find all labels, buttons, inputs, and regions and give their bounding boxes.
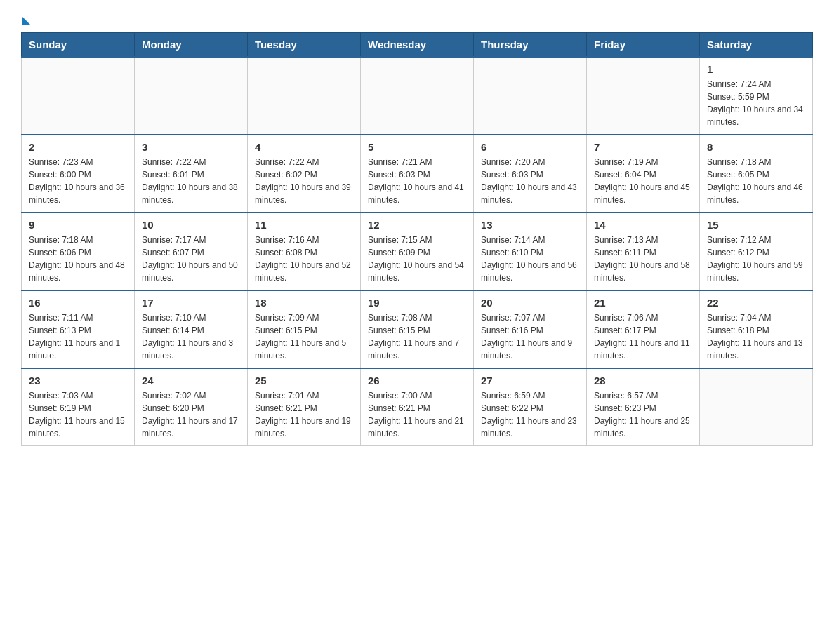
calendar-cell xyxy=(361,57,474,135)
page-header xyxy=(21,14,813,25)
calendar-cell: 18Sunrise: 7:09 AMSunset: 6:15 PMDayligh… xyxy=(248,290,361,368)
day-info: Sunrise: 7:18 AMSunset: 6:05 PMDaylight:… xyxy=(707,156,805,206)
day-of-week-header: Sunday xyxy=(22,33,135,58)
day-of-week-header: Saturday xyxy=(700,33,813,58)
calendar-cell: 16Sunrise: 7:11 AMSunset: 6:13 PMDayligh… xyxy=(22,290,135,368)
day-info: Sunrise: 7:11 AMSunset: 6:13 PMDaylight:… xyxy=(29,311,127,362)
day-info: Sunrise: 7:16 AMSunset: 6:08 PMDaylight:… xyxy=(255,234,353,284)
calendar-cell: 1Sunrise: 7:24 AMSunset: 5:59 PMDaylight… xyxy=(700,57,813,135)
calendar-cell: 3Sunrise: 7:22 AMSunset: 6:01 PMDaylight… xyxy=(135,135,248,213)
day-number: 28 xyxy=(594,375,692,387)
day-number: 27 xyxy=(481,375,579,387)
calendar-table: SundayMondayTuesdayWednesdayThursdayFrid… xyxy=(21,32,813,446)
calendar-cell: 10Sunrise: 7:17 AMSunset: 6:07 PMDayligh… xyxy=(135,213,248,290)
calendar-cell: 19Sunrise: 7:08 AMSunset: 6:15 PMDayligh… xyxy=(361,290,474,368)
day-number: 8 xyxy=(707,141,805,153)
calendar-week-row: 1Sunrise: 7:24 AMSunset: 5:59 PMDaylight… xyxy=(22,57,813,135)
calendar-week-row: 9Sunrise: 7:18 AMSunset: 6:06 PMDaylight… xyxy=(22,213,813,290)
calendar-cell: 6Sunrise: 7:20 AMSunset: 6:03 PMDaylight… xyxy=(474,135,587,213)
day-number: 14 xyxy=(594,219,692,231)
logo xyxy=(21,14,31,25)
day-number: 5 xyxy=(368,141,466,153)
calendar-cell: 24Sunrise: 7:02 AMSunset: 6:20 PMDayligh… xyxy=(135,368,248,446)
calendar-cell: 27Sunrise: 6:59 AMSunset: 6:22 PMDayligh… xyxy=(474,368,587,446)
calendar-cell: 12Sunrise: 7:15 AMSunset: 6:09 PMDayligh… xyxy=(361,213,474,290)
day-info: Sunrise: 7:20 AMSunset: 6:03 PMDaylight:… xyxy=(481,156,579,206)
calendar-cell: 11Sunrise: 7:16 AMSunset: 6:08 PMDayligh… xyxy=(248,213,361,290)
day-number: 1 xyxy=(707,63,805,75)
day-of-week-header: Thursday xyxy=(474,33,587,58)
day-info: Sunrise: 6:57 AMSunset: 6:23 PMDaylight:… xyxy=(594,389,692,440)
calendar-cell: 22Sunrise: 7:04 AMSunset: 6:18 PMDayligh… xyxy=(700,290,813,368)
day-number: 6 xyxy=(481,141,579,153)
day-info: Sunrise: 7:19 AMSunset: 6:04 PMDaylight:… xyxy=(594,156,692,206)
calendar-cell: 25Sunrise: 7:01 AMSunset: 6:21 PMDayligh… xyxy=(248,368,361,446)
calendar-cell: 14Sunrise: 7:13 AMSunset: 6:11 PMDayligh… xyxy=(587,213,700,290)
calendar-week-row: 16Sunrise: 7:11 AMSunset: 6:13 PMDayligh… xyxy=(22,290,813,368)
calendar-header-row: SundayMondayTuesdayWednesdayThursdayFrid… xyxy=(22,33,813,58)
day-number: 26 xyxy=(368,375,466,387)
day-info: Sunrise: 7:13 AMSunset: 6:11 PMDaylight:… xyxy=(594,234,692,284)
day-info: Sunrise: 7:04 AMSunset: 6:18 PMDaylight:… xyxy=(707,311,805,362)
day-info: Sunrise: 7:22 AMSunset: 6:01 PMDaylight:… xyxy=(142,156,240,206)
day-number: 11 xyxy=(255,219,353,231)
calendar-cell: 15Sunrise: 7:12 AMSunset: 6:12 PMDayligh… xyxy=(700,213,813,290)
calendar-cell: 23Sunrise: 7:03 AMSunset: 6:19 PMDayligh… xyxy=(22,368,135,446)
day-of-week-header: Tuesday xyxy=(248,33,361,58)
day-number: 3 xyxy=(142,141,240,153)
day-number: 2 xyxy=(29,141,127,153)
day-number: 13 xyxy=(481,219,579,231)
day-number: 25 xyxy=(255,375,353,387)
calendar-cell: 5Sunrise: 7:21 AMSunset: 6:03 PMDaylight… xyxy=(361,135,474,213)
day-number: 10 xyxy=(142,219,240,231)
calendar-week-row: 2Sunrise: 7:23 AMSunset: 6:00 PMDaylight… xyxy=(22,135,813,213)
day-number: 23 xyxy=(29,375,127,387)
calendar-cell: 2Sunrise: 7:23 AMSunset: 6:00 PMDaylight… xyxy=(22,135,135,213)
day-info: Sunrise: 7:02 AMSunset: 6:20 PMDaylight:… xyxy=(142,389,240,440)
day-number: 17 xyxy=(142,297,240,309)
day-info: Sunrise: 7:09 AMSunset: 6:15 PMDaylight:… xyxy=(255,311,353,362)
calendar-cell: 8Sunrise: 7:18 AMSunset: 6:05 PMDaylight… xyxy=(700,135,813,213)
day-info: Sunrise: 7:01 AMSunset: 6:21 PMDaylight:… xyxy=(255,389,353,440)
day-number: 24 xyxy=(142,375,240,387)
day-info: Sunrise: 7:14 AMSunset: 6:10 PMDaylight:… xyxy=(481,234,579,284)
calendar-cell xyxy=(248,57,361,135)
calendar-cell: 21Sunrise: 7:06 AMSunset: 6:17 PMDayligh… xyxy=(587,290,700,368)
day-info: Sunrise: 7:22 AMSunset: 6:02 PMDaylight:… xyxy=(255,156,353,206)
day-number: 19 xyxy=(368,297,466,309)
day-info: Sunrise: 7:00 AMSunset: 6:21 PMDaylight:… xyxy=(368,389,466,440)
calendar-cell: 4Sunrise: 7:22 AMSunset: 6:02 PMDaylight… xyxy=(248,135,361,213)
day-info: Sunrise: 7:15 AMSunset: 6:09 PMDaylight:… xyxy=(368,234,466,284)
logo-arrow-icon xyxy=(22,17,31,25)
calendar-cell xyxy=(474,57,587,135)
day-number: 9 xyxy=(29,219,127,231)
day-info: Sunrise: 7:18 AMSunset: 6:06 PMDaylight:… xyxy=(29,234,127,284)
day-info: Sunrise: 7:24 AMSunset: 5:59 PMDaylight:… xyxy=(707,78,805,128)
day-of-week-header: Wednesday xyxy=(361,33,474,58)
day-of-week-header: Friday xyxy=(587,33,700,58)
day-number: 22 xyxy=(707,297,805,309)
day-number: 7 xyxy=(594,141,692,153)
day-info: Sunrise: 7:06 AMSunset: 6:17 PMDaylight:… xyxy=(594,311,692,362)
day-number: 18 xyxy=(255,297,353,309)
day-number: 12 xyxy=(368,219,466,231)
calendar-cell: 13Sunrise: 7:14 AMSunset: 6:10 PMDayligh… xyxy=(474,213,587,290)
day-number: 21 xyxy=(594,297,692,309)
day-info: Sunrise: 7:12 AMSunset: 6:12 PMDaylight:… xyxy=(707,234,805,284)
calendar-cell xyxy=(22,57,135,135)
calendar-cell xyxy=(700,368,813,446)
day-info: Sunrise: 7:21 AMSunset: 6:03 PMDaylight:… xyxy=(368,156,466,206)
calendar-week-row: 23Sunrise: 7:03 AMSunset: 6:19 PMDayligh… xyxy=(22,368,813,446)
calendar-cell: 7Sunrise: 7:19 AMSunset: 6:04 PMDaylight… xyxy=(587,135,700,213)
calendar-cell: 9Sunrise: 7:18 AMSunset: 6:06 PMDaylight… xyxy=(22,213,135,290)
calendar-cell: 17Sunrise: 7:10 AMSunset: 6:14 PMDayligh… xyxy=(135,290,248,368)
day-info: Sunrise: 7:07 AMSunset: 6:16 PMDaylight:… xyxy=(481,311,579,362)
day-number: 15 xyxy=(707,219,805,231)
day-number: 20 xyxy=(481,297,579,309)
calendar-cell: 20Sunrise: 7:07 AMSunset: 6:16 PMDayligh… xyxy=(474,290,587,368)
day-info: Sunrise: 7:10 AMSunset: 6:14 PMDaylight:… xyxy=(142,311,240,362)
calendar-cell xyxy=(135,57,248,135)
day-info: Sunrise: 7:23 AMSunset: 6:00 PMDaylight:… xyxy=(29,156,127,206)
day-number: 16 xyxy=(29,297,127,309)
day-info: Sunrise: 7:03 AMSunset: 6:19 PMDaylight:… xyxy=(29,389,127,440)
